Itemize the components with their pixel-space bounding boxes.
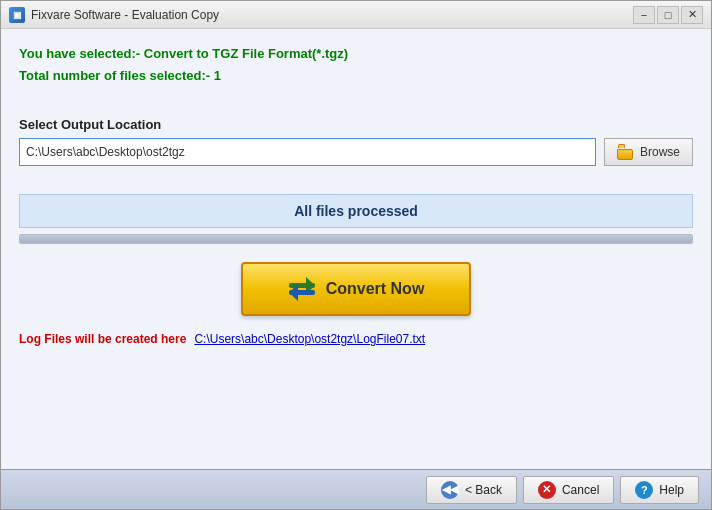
convert-now-label: Convert Now [326, 280, 425, 298]
all-files-banner: All files processed [19, 194, 693, 228]
convert-arrow-icon [288, 275, 316, 303]
app-icon: ▣ [9, 7, 25, 23]
info-section: You have selected:- Convert to TGZ File … [19, 43, 693, 87]
help-label: Help [659, 483, 684, 497]
main-content: You have selected:- Convert to TGZ File … [1, 29, 711, 469]
cancel-label: Cancel [562, 483, 599, 497]
cancel-icon: ✕ [538, 481, 556, 499]
log-link[interactable]: C:\Users\abc\Desktop\ost2tgz\LogFile07.t… [194, 332, 425, 346]
help-button[interactable]: ? Help [620, 476, 699, 504]
main-window: ▣ Fixvare Software - Evaluation Copy − □… [0, 0, 712, 510]
window-controls: − □ ✕ [633, 6, 703, 24]
progress-bar-fill [20, 235, 692, 243]
output-row: Browse [19, 138, 693, 166]
output-path-input[interactable] [19, 138, 596, 166]
convert-section: Convert Now [19, 262, 693, 316]
output-location-label: Select Output Location [19, 117, 693, 132]
close-button[interactable]: ✕ [681, 6, 703, 24]
back-button[interactable]: ◀◀ < Back [426, 476, 517, 504]
folder-icon [617, 144, 635, 160]
output-section: Select Output Location Browse [19, 117, 693, 166]
info-line1: You have selected:- Convert to TGZ File … [19, 43, 693, 65]
progress-section: All files processed [19, 194, 693, 244]
cancel-button[interactable]: ✕ Cancel [523, 476, 614, 504]
convert-now-button[interactable]: Convert Now [241, 262, 471, 316]
browse-label: Browse [640, 145, 680, 159]
maximize-button[interactable]: □ [657, 6, 679, 24]
progress-bar-track [19, 234, 693, 244]
back-label: < Back [465, 483, 502, 497]
back-icon: ◀◀ [441, 481, 459, 499]
help-icon: ? [635, 481, 653, 499]
log-section: Log Files will be created here C:\Users\… [19, 332, 693, 346]
window-title: Fixvare Software - Evaluation Copy [31, 8, 633, 22]
bottom-bar: ◀◀ < Back ✕ Cancel ? Help [1, 469, 711, 509]
minimize-button[interactable]: − [633, 6, 655, 24]
title-bar: ▣ Fixvare Software - Evaluation Copy − □… [1, 1, 711, 29]
log-prefix: Log Files will be created here [19, 332, 186, 346]
browse-button[interactable]: Browse [604, 138, 693, 166]
info-line2: Total number of files selected:- 1 [19, 65, 693, 87]
